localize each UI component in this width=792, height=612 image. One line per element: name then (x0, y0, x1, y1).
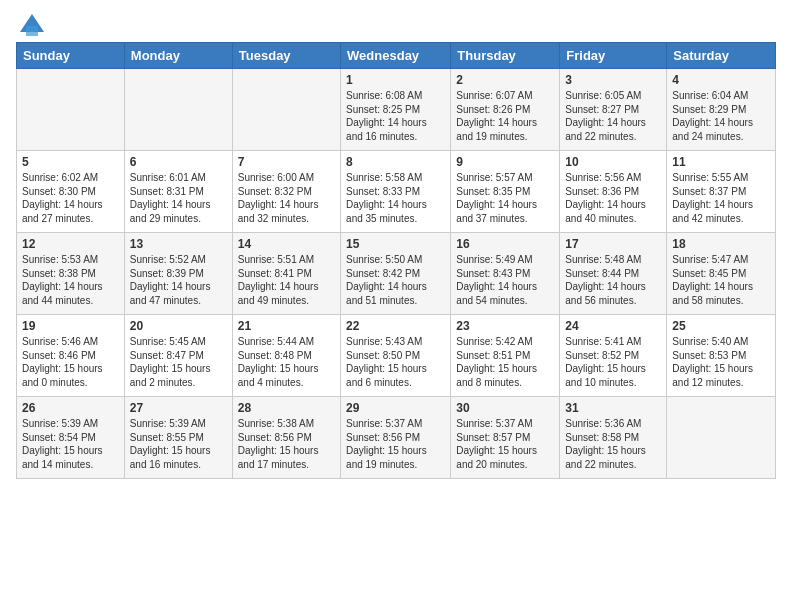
logo-icon (18, 10, 46, 38)
day-cell-13: 13Sunrise: 5:52 AM Sunset: 8:39 PM Dayli… (124, 233, 232, 315)
empty-cell (667, 397, 776, 479)
day-cell-6: 6Sunrise: 6:01 AM Sunset: 8:31 PM Daylig… (124, 151, 232, 233)
day-cell-21: 21Sunrise: 5:44 AM Sunset: 8:48 PM Dayli… (232, 315, 340, 397)
day-number: 12 (22, 237, 119, 251)
day-cell-26: 26Sunrise: 5:39 AM Sunset: 8:54 PM Dayli… (17, 397, 125, 479)
day-cell-2: 2Sunrise: 6:07 AM Sunset: 8:26 PM Daylig… (451, 69, 560, 151)
week-row-2: 12Sunrise: 5:53 AM Sunset: 8:38 PM Dayli… (17, 233, 776, 315)
day-number: 16 (456, 237, 554, 251)
day-number: 11 (672, 155, 770, 169)
day-info: Sunrise: 5:42 AM Sunset: 8:51 PM Dayligh… (456, 335, 554, 389)
day-info: Sunrise: 5:47 AM Sunset: 8:45 PM Dayligh… (672, 253, 770, 307)
header-day-sunday: Sunday (17, 43, 125, 69)
day-number: 21 (238, 319, 335, 333)
day-cell-24: 24Sunrise: 5:41 AM Sunset: 8:52 PM Dayli… (560, 315, 667, 397)
header-day-friday: Friday (560, 43, 667, 69)
day-info: Sunrise: 5:44 AM Sunset: 8:48 PM Dayligh… (238, 335, 335, 389)
day-info: Sunrise: 5:57 AM Sunset: 8:35 PM Dayligh… (456, 171, 554, 225)
day-info: Sunrise: 6:08 AM Sunset: 8:25 PM Dayligh… (346, 89, 445, 143)
day-number: 2 (456, 73, 554, 87)
day-number: 19 (22, 319, 119, 333)
day-info: Sunrise: 5:40 AM Sunset: 8:53 PM Dayligh… (672, 335, 770, 389)
day-cell-28: 28Sunrise: 5:38 AM Sunset: 8:56 PM Dayli… (232, 397, 340, 479)
day-number: 30 (456, 401, 554, 415)
day-cell-16: 16Sunrise: 5:49 AM Sunset: 8:43 PM Dayli… (451, 233, 560, 315)
day-info: Sunrise: 6:02 AM Sunset: 8:30 PM Dayligh… (22, 171, 119, 225)
day-number: 6 (130, 155, 227, 169)
day-info: Sunrise: 5:39 AM Sunset: 8:55 PM Dayligh… (130, 417, 227, 471)
week-row-0: 1Sunrise: 6:08 AM Sunset: 8:25 PM Daylig… (17, 69, 776, 151)
day-info: Sunrise: 5:41 AM Sunset: 8:52 PM Dayligh… (565, 335, 661, 389)
day-number: 20 (130, 319, 227, 333)
day-number: 28 (238, 401, 335, 415)
day-cell-23: 23Sunrise: 5:42 AM Sunset: 8:51 PM Dayli… (451, 315, 560, 397)
day-number: 7 (238, 155, 335, 169)
header (16, 10, 776, 34)
day-number: 5 (22, 155, 119, 169)
day-info: Sunrise: 5:36 AM Sunset: 8:58 PM Dayligh… (565, 417, 661, 471)
week-row-1: 5Sunrise: 6:02 AM Sunset: 8:30 PM Daylig… (17, 151, 776, 233)
day-info: Sunrise: 5:39 AM Sunset: 8:54 PM Dayligh… (22, 417, 119, 471)
day-cell-31: 31Sunrise: 5:36 AM Sunset: 8:58 PM Dayli… (560, 397, 667, 479)
day-info: Sunrise: 5:56 AM Sunset: 8:36 PM Dayligh… (565, 171, 661, 225)
day-info: Sunrise: 6:07 AM Sunset: 8:26 PM Dayligh… (456, 89, 554, 143)
empty-cell (232, 69, 340, 151)
day-cell-10: 10Sunrise: 5:56 AM Sunset: 8:36 PM Dayli… (560, 151, 667, 233)
day-number: 27 (130, 401, 227, 415)
day-number: 25 (672, 319, 770, 333)
day-info: Sunrise: 5:37 AM Sunset: 8:56 PM Dayligh… (346, 417, 445, 471)
day-number: 9 (456, 155, 554, 169)
empty-cell (17, 69, 125, 151)
day-cell-20: 20Sunrise: 5:45 AM Sunset: 8:47 PM Dayli… (124, 315, 232, 397)
header-row: SundayMondayTuesdayWednesdayThursdayFrid… (17, 43, 776, 69)
page: SundayMondayTuesdayWednesdayThursdayFrid… (0, 0, 792, 489)
week-row-3: 19Sunrise: 5:46 AM Sunset: 8:46 PM Dayli… (17, 315, 776, 397)
day-cell-11: 11Sunrise: 5:55 AM Sunset: 8:37 PM Dayli… (667, 151, 776, 233)
day-cell-7: 7Sunrise: 6:00 AM Sunset: 8:32 PM Daylig… (232, 151, 340, 233)
day-cell-29: 29Sunrise: 5:37 AM Sunset: 8:56 PM Dayli… (341, 397, 451, 479)
header-day-saturday: Saturday (667, 43, 776, 69)
day-number: 4 (672, 73, 770, 87)
day-cell-3: 3Sunrise: 6:05 AM Sunset: 8:27 PM Daylig… (560, 69, 667, 151)
day-cell-5: 5Sunrise: 6:02 AM Sunset: 8:30 PM Daylig… (17, 151, 125, 233)
day-cell-18: 18Sunrise: 5:47 AM Sunset: 8:45 PM Dayli… (667, 233, 776, 315)
header-day-tuesday: Tuesday (232, 43, 340, 69)
day-number: 13 (130, 237, 227, 251)
day-number: 26 (22, 401, 119, 415)
day-cell-14: 14Sunrise: 5:51 AM Sunset: 8:41 PM Dayli… (232, 233, 340, 315)
day-number: 3 (565, 73, 661, 87)
day-info: Sunrise: 5:55 AM Sunset: 8:37 PM Dayligh… (672, 171, 770, 225)
day-number: 23 (456, 319, 554, 333)
day-info: Sunrise: 5:48 AM Sunset: 8:44 PM Dayligh… (565, 253, 661, 307)
day-info: Sunrise: 6:05 AM Sunset: 8:27 PM Dayligh… (565, 89, 661, 143)
day-info: Sunrise: 5:58 AM Sunset: 8:33 PM Dayligh… (346, 171, 445, 225)
day-info: Sunrise: 5:43 AM Sunset: 8:50 PM Dayligh… (346, 335, 445, 389)
week-row-4: 26Sunrise: 5:39 AM Sunset: 8:54 PM Dayli… (17, 397, 776, 479)
day-cell-25: 25Sunrise: 5:40 AM Sunset: 8:53 PM Dayli… (667, 315, 776, 397)
day-cell-15: 15Sunrise: 5:50 AM Sunset: 8:42 PM Dayli… (341, 233, 451, 315)
day-cell-1: 1Sunrise: 6:08 AM Sunset: 8:25 PM Daylig… (341, 69, 451, 151)
day-cell-30: 30Sunrise: 5:37 AM Sunset: 8:57 PM Dayli… (451, 397, 560, 479)
day-info: Sunrise: 5:53 AM Sunset: 8:38 PM Dayligh… (22, 253, 119, 307)
day-number: 31 (565, 401, 661, 415)
logo (16, 10, 46, 34)
day-number: 8 (346, 155, 445, 169)
day-number: 15 (346, 237, 445, 251)
day-number: 18 (672, 237, 770, 251)
day-cell-8: 8Sunrise: 5:58 AM Sunset: 8:33 PM Daylig… (341, 151, 451, 233)
header-day-monday: Monday (124, 43, 232, 69)
day-number: 14 (238, 237, 335, 251)
day-info: Sunrise: 6:01 AM Sunset: 8:31 PM Dayligh… (130, 171, 227, 225)
day-info: Sunrise: 5:45 AM Sunset: 8:47 PM Dayligh… (130, 335, 227, 389)
day-cell-22: 22Sunrise: 5:43 AM Sunset: 8:50 PM Dayli… (341, 315, 451, 397)
day-cell-9: 9Sunrise: 5:57 AM Sunset: 8:35 PM Daylig… (451, 151, 560, 233)
day-info: Sunrise: 5:38 AM Sunset: 8:56 PM Dayligh… (238, 417, 335, 471)
day-cell-12: 12Sunrise: 5:53 AM Sunset: 8:38 PM Dayli… (17, 233, 125, 315)
header-day-thursday: Thursday (451, 43, 560, 69)
svg-marker-1 (26, 26, 38, 36)
calendar: SundayMondayTuesdayWednesdayThursdayFrid… (16, 42, 776, 479)
day-number: 29 (346, 401, 445, 415)
day-number: 1 (346, 73, 445, 87)
day-info: Sunrise: 5:37 AM Sunset: 8:57 PM Dayligh… (456, 417, 554, 471)
day-info: Sunrise: 6:00 AM Sunset: 8:32 PM Dayligh… (238, 171, 335, 225)
